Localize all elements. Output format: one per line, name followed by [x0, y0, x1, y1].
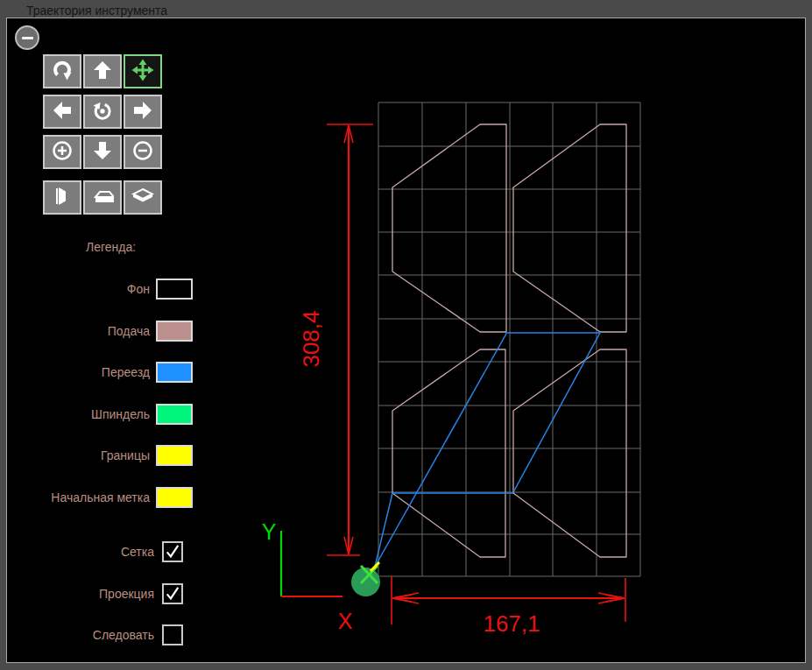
rotate-icon — [51, 59, 74, 85]
minus-icon — [22, 37, 33, 39]
legend-item-label: Подача — [108, 324, 150, 338]
legend-color-swatch[interactable] — [156, 487, 193, 508]
toolbar-button-pan-move[interactable] — [124, 54, 162, 88]
toolbar-button-zoom-in[interactable] — [43, 135, 81, 169]
collapse-button[interactable] — [15, 25, 39, 50]
legend-item: Подача — [7, 321, 193, 342]
tool-trajectory-panel: Траектория инструмента — [0, 0, 812, 670]
toolbar-button-rotate[interactable] — [43, 54, 81, 88]
zoom-out-icon — [131, 139, 154, 166]
legend-item: Начальная метка — [7, 487, 193, 508]
toolbar-button-view-front[interactable] — [83, 180, 122, 215]
panel-title: Траектория инструмента — [21, 4, 173, 18]
view-side-icon — [51, 185, 74, 211]
viewport-canvas[interactable]: Легенда: Фон Подача Переезд Шпиндель Гра… — [7, 18, 805, 662]
legend-item: Переезд — [7, 362, 193, 383]
option-item: Следовать — [7, 624, 183, 645]
legend-color-swatch[interactable] — [156, 404, 193, 425]
option-label: Сетка — [121, 545, 154, 559]
toolbar-button-pan-left[interactable] — [43, 95, 81, 129]
option-label: Следовать — [93, 628, 154, 642]
arrow-right-icon — [131, 99, 154, 125]
toolbar-button-pan-down[interactable] — [83, 135, 122, 169]
toolbar-button-view-side[interactable] — [43, 180, 81, 215]
arrow-down-icon — [91, 139, 114, 166]
checkbox[interactable] — [162, 541, 183, 562]
legend-item-label: Границы — [101, 448, 150, 462]
toolbar-button-pan-up[interactable] — [83, 54, 122, 88]
legend-item: Границы — [7, 445, 193, 466]
legend-item-label: Фон — [127, 282, 150, 296]
legend-item-label: Шпиндель — [91, 407, 150, 421]
legend-heading: Легенда: — [86, 240, 136, 254]
legend-color-swatch[interactable] — [156, 321, 193, 342]
checkbox[interactable] — [162, 583, 183, 604]
arrow-left-icon — [51, 99, 74, 125]
legend-item-label: Переезд — [102, 365, 150, 379]
zoom-in-icon — [51, 139, 74, 166]
legend-color-swatch[interactable] — [156, 362, 193, 383]
option-label: Проекция — [99, 587, 154, 601]
checkmark-icon — [164, 541, 181, 562]
arrow-up-icon — [91, 59, 114, 85]
toolbar-button-reset-rotation[interactable] — [83, 95, 122, 129]
legend-item: Шпиндель — [7, 404, 193, 425]
checkbox[interactable] — [162, 624, 183, 645]
legend-color-swatch[interactable] — [156, 279, 193, 300]
toolbar-button-view-iso[interactable] — [124, 180, 162, 215]
move-icon — [131, 59, 154, 85]
view-iso-icon — [131, 185, 154, 211]
toolbar-button-zoom-out[interactable] — [124, 135, 162, 169]
option-item: Проекция — [7, 583, 183, 604]
legend-item: Фон — [7, 279, 193, 300]
legend-color-swatch[interactable] — [156, 445, 193, 466]
toolbar-button-pan-right[interactable] — [124, 95, 162, 129]
reset-rotation-icon — [91, 99, 114, 125]
option-item: Сетка — [7, 541, 183, 562]
view-front-icon — [91, 185, 114, 211]
legend-item-label: Начальная метка — [51, 490, 150, 504]
checkmark-icon — [164, 583, 181, 604]
